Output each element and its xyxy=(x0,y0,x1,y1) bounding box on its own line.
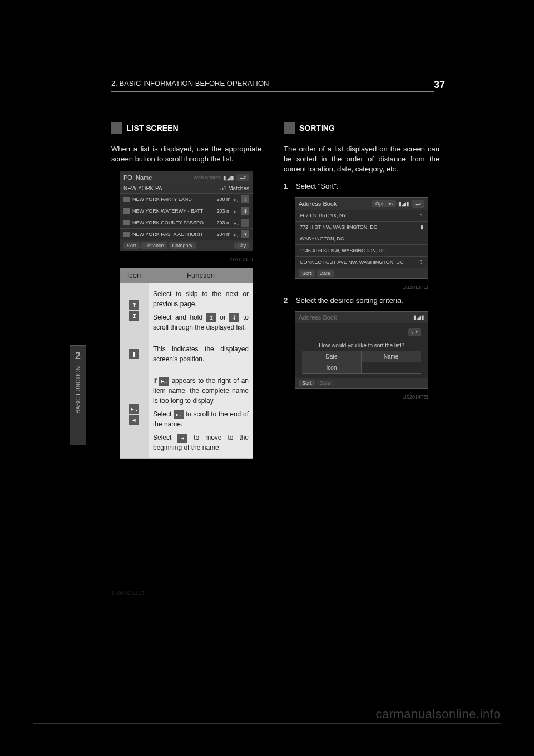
shot-title: Address Book xyxy=(299,314,337,321)
function-cell: This indicates the displayed screen's po… xyxy=(149,338,253,370)
distance-button[interactable]: Distance xyxy=(141,242,167,249)
section-box-icon xyxy=(111,122,122,134)
shot-title: Address Book xyxy=(299,200,337,207)
footer-code: 14.06.02 11:23 xyxy=(111,590,145,596)
page-down-icon: ↧ xyxy=(129,311,139,321)
poi-row[interactable]: NEW YORK PASTA AUTHORIT 204 mi ▸.. ▾ xyxy=(120,229,253,240)
step-1: 1 Select "Sort". xyxy=(284,181,439,192)
right-column: SORTING The order of a list displayed on… xyxy=(284,122,439,459)
scroll-name-right-icon: ▸.. xyxy=(129,404,139,414)
more-icon[interactable]: ▸.. xyxy=(234,197,240,203)
function-cell: If ▸.. appears to the right of an item n… xyxy=(149,370,253,459)
poi-screenshot: POI Name Web Search ▮◢▮ ⮐ NEW YORK PA 51… xyxy=(120,171,253,251)
address-book-screenshot: Address Book Options ▮◢▮ ⮐ I-678 S, BRON… xyxy=(295,197,428,279)
side-tab-num: 2 xyxy=(70,346,86,362)
back-icon[interactable]: ⮐ xyxy=(412,200,424,208)
manual-page: 2. BASIC INFORMATION BEFORE OPERATION 37… xyxy=(0,0,534,756)
footer-divider xyxy=(33,723,501,724)
step-2: 2 Select the desired sorting criteria. xyxy=(284,296,439,306)
page-up-icon: ↥ xyxy=(129,300,139,310)
section-title: SORTING xyxy=(299,124,335,132)
scroll-name-left-icon: ◂ xyxy=(129,415,139,425)
signal-icon: ▮◢▮ xyxy=(413,314,424,320)
sort-button[interactable]: Sort xyxy=(123,242,140,249)
category-button[interactable]: Category xyxy=(169,242,196,249)
screenshot-id: US2013TEI xyxy=(295,284,428,290)
screenshot-id: US2012TEI xyxy=(120,257,253,262)
section-box-icon xyxy=(284,122,295,134)
scroll-down-icon[interactable]: ▾ xyxy=(241,230,249,238)
back-icon[interactable]: ⮐ xyxy=(236,174,249,181)
side-tab-label: BASIC FUNCTION xyxy=(75,362,81,418)
address-row[interactable]: I-678 S, BRONX, NY↥ xyxy=(295,210,428,222)
poi-row[interactable]: NEW YORK WATERWY - BATT 203 mi ▸.. ▮ xyxy=(120,205,253,217)
icon-cell: ▸.. ◂ xyxy=(120,370,149,459)
watermark: carmanualsonline.info xyxy=(375,707,501,721)
poi-row[interactable]: NEW YORK COUNTY PASSPO 203 mi ▸.. xyxy=(120,217,253,229)
scroll-pos-icon: ▮ xyxy=(421,224,423,230)
date-button[interactable]: Date xyxy=(317,270,334,277)
scroll-position-icon: ▮ xyxy=(129,349,139,359)
poi-row[interactable]: NEW YORK PARTY LAND 200 mi ▸.. ↕ xyxy=(120,194,253,205)
scroll-down-icon[interactable]: ↧ xyxy=(419,259,423,265)
more-icon[interactable]: ▸.. xyxy=(234,208,240,214)
intro-text: When a list is displayed, use the approp… xyxy=(111,144,261,164)
icon-cell: ▮ xyxy=(120,338,149,370)
scroll-name-right-icon: ▸.. xyxy=(159,377,169,386)
section-header-sorting: SORTING xyxy=(284,122,439,136)
sort-button[interactable]: Sort xyxy=(299,380,315,386)
icon-cell: ↥ ↧ xyxy=(120,283,149,338)
col-header-function: Function xyxy=(149,268,253,283)
sort-icon-button[interactable]: Icon xyxy=(302,362,362,373)
poi-icon xyxy=(123,232,130,237)
match-count: 51 Matches xyxy=(220,185,249,192)
sort-date-button[interactable]: Date xyxy=(302,351,362,362)
query-text: NEW YORK PA xyxy=(123,185,162,192)
options-button[interactable]: Options xyxy=(372,200,396,207)
address-row[interactable]: 1146 4TH ST NW, WASHINGTON, DC xyxy=(295,245,428,257)
sort-question: How would you like to sort the list? xyxy=(302,340,421,351)
address-row[interactable]: 772 H ST NW, WASHINGTON, DC▮ xyxy=(295,222,428,233)
col-header-icon: Icon xyxy=(120,268,149,283)
sort-name-button[interactable]: Name xyxy=(362,351,421,362)
intro-text: The order of a list displayed on the scr… xyxy=(284,144,439,175)
scroll-name-right-icon: ▸.. xyxy=(174,410,184,419)
web-search-label[interactable]: Web Search xyxy=(194,175,221,180)
page-number: 37 xyxy=(434,79,445,91)
signal-icon: ▮◢▮ xyxy=(398,200,409,207)
section-header-list: LIST SCREEN xyxy=(111,122,261,136)
icon-function-table: Icon Function ↥ ↧ Select to skip to the … xyxy=(120,268,253,459)
page-up-icon: ↥ xyxy=(206,313,216,322)
section-title: LIST SCREEN xyxy=(127,124,179,132)
scroll-pos-icon: ▮ xyxy=(241,207,249,215)
sort-dialog-screenshot: Address Book ▮◢▮ ⮐ How would you like to… xyxy=(295,311,428,389)
screenshot-id: US2014TEI xyxy=(295,394,428,400)
side-tab: 2 BASIC FUNCTION xyxy=(70,345,86,445)
left-column: LIST SCREEN When a list is displayed, us… xyxy=(111,122,261,459)
back-icon[interactable]: ⮐ xyxy=(408,328,421,336)
scroll-up-icon[interactable]: ↕ xyxy=(241,195,249,203)
page-header: 2. BASIC INFORMATION BEFORE OPERATION xyxy=(111,79,434,92)
poi-icon xyxy=(123,197,130,202)
function-cell: Select to skip to the next or previous p… xyxy=(149,283,253,338)
address-row[interactable]: CONNECTICUT AVE NW, WASHINGTON, DC↧ xyxy=(295,257,428,268)
address-row[interactable]: WASHINGTON, DC xyxy=(295,233,428,245)
more-icon[interactable]: ▸.. xyxy=(234,220,240,226)
poi-icon xyxy=(123,220,130,225)
section-label: 2. BASIC INFORMATION BEFORE OPERATION xyxy=(111,79,269,87)
scroll-up-icon[interactable]: ↥ xyxy=(419,213,423,218)
more-icon[interactable]: ▸.. xyxy=(234,232,240,238)
poi-icon xyxy=(123,208,130,214)
date-button: Date xyxy=(317,380,334,386)
shot-title: POI Name xyxy=(123,174,152,181)
signal-icon: ▮◢▮ xyxy=(223,175,234,181)
page-down-icon: ↧ xyxy=(229,313,239,322)
sort-button[interactable]: Sort xyxy=(299,270,315,277)
scroll-name-left-icon: ◂ xyxy=(177,434,187,443)
city-button[interactable]: City xyxy=(234,242,250,249)
